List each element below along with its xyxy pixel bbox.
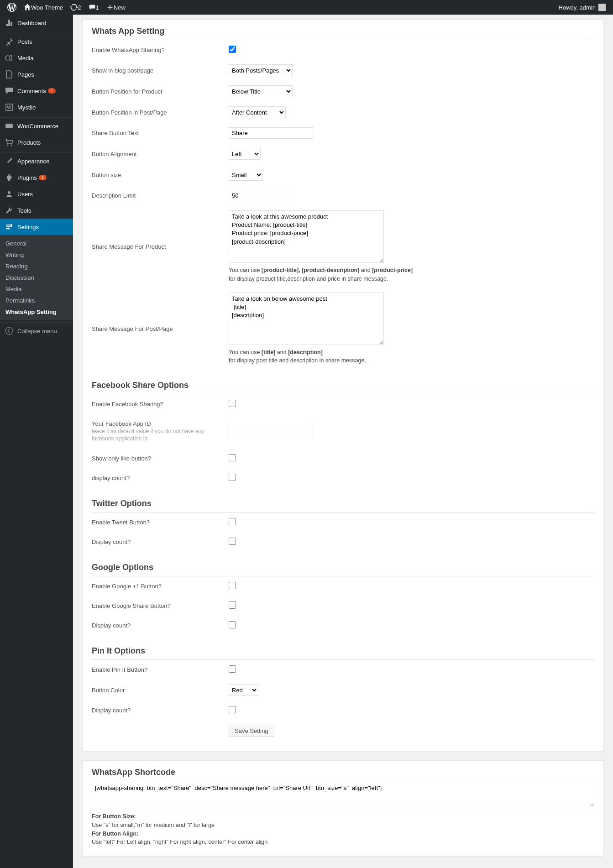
pin-count-label: Display count? xyxy=(92,701,229,720)
twitter-title: Twitter Options xyxy=(92,492,594,512)
save-button[interactable]: Save Setting xyxy=(229,725,274,737)
g-plus-label: Enable Google +1 Button? xyxy=(92,576,229,596)
comments-count: 1 xyxy=(96,4,99,11)
svg-point-5 xyxy=(11,145,12,146)
menu-tools[interactable]: Tools xyxy=(0,202,73,219)
shortcode-panel: WhatsApp Shortcode [whatsapp-sharing btn… xyxy=(82,760,604,856)
collapse-menu[interactable]: Collapse menu xyxy=(0,323,73,339)
fb-appid-input[interactable] xyxy=(229,426,313,437)
collapse-icon xyxy=(5,326,14,335)
pin-icon xyxy=(5,37,14,46)
svg-rect-3 xyxy=(5,124,13,128)
admin-bar: Woo Theme 2 1 New Howdy, admin xyxy=(0,0,613,15)
fb-like-checkbox[interactable] xyxy=(229,454,236,461)
howdy-text: Howdy, admin xyxy=(559,4,596,11)
submenu-writing[interactable]: Writing xyxy=(0,249,73,261)
msg-post-label: Share Message For Post/Page xyxy=(92,288,229,370)
dashboard-icon xyxy=(5,18,14,27)
share-btn-text-input[interactable] xyxy=(229,127,313,139)
show-in-label: Show in blog post/page xyxy=(92,60,229,81)
btn-align-select[interactable]: Left xyxy=(229,148,261,160)
menu-appearance[interactable]: Appearance xyxy=(0,153,73,169)
fb-count-checkbox[interactable] xyxy=(229,474,236,481)
menu-media[interactable]: Media xyxy=(0,50,73,66)
page-body: Whats App Setting Enable WhatsApp Sharin… xyxy=(73,0,613,868)
msg-product-textarea[interactable]: Take a look at this awesome product Prod… xyxy=(229,210,384,263)
avatar xyxy=(598,4,606,11)
svg-point-0 xyxy=(5,56,10,60)
msg-post-textarea[interactable]: Take a look on below awesome post [title… xyxy=(229,293,384,345)
menu-pages[interactable]: Pages xyxy=(0,66,73,83)
submenu-discussion[interactable]: Discussion xyxy=(0,272,73,283)
menu-woocommerce[interactable]: WooCommerce xyxy=(0,118,73,134)
menu-settings[interactable]: Settings xyxy=(0,219,73,235)
enable-whatsapp-label: Enable WhatsApp Sharing? xyxy=(92,40,229,60)
btn-pos-post-label: Button Position in Post/Page xyxy=(92,102,229,123)
g-plus-checkbox[interactable] xyxy=(229,582,236,589)
btn-size-label: Button size xyxy=(92,164,229,185)
g-count-label: Display count? xyxy=(92,616,229,635)
new-link[interactable]: New xyxy=(103,0,129,15)
tw-count-label: Display count? xyxy=(92,532,229,552)
wp-logo[interactable] xyxy=(4,0,20,15)
footer: Thank you for creating with WordPress. V… xyxy=(73,865,613,868)
submenu-whatsapp[interactable]: WhatsApp Setting xyxy=(0,306,73,318)
pinit-title: Pin It Options xyxy=(92,640,594,660)
submenu-reading[interactable]: Reading xyxy=(0,261,73,272)
g-count-checkbox[interactable] xyxy=(229,621,236,628)
shortcode-textarea[interactable]: [whatsapp-sharing btn_text="Share" desc=… xyxy=(92,781,594,807)
menu-comments[interactable]: Comments1 xyxy=(0,83,73,99)
msg-post-help: You can use [title] and [description]for… xyxy=(229,348,594,366)
tw-enable-checkbox[interactable] xyxy=(229,518,236,525)
svg-point-4 xyxy=(7,145,9,146)
svg-point-6 xyxy=(8,191,10,194)
site-link[interactable]: Woo Theme xyxy=(20,0,67,15)
home-icon xyxy=(24,4,31,11)
shortcode-title: WhatsApp Shortcode xyxy=(92,761,594,781)
svg-point-9 xyxy=(5,327,13,335)
wordpress-icon xyxy=(7,3,16,12)
tw-enable-label: Enable Tweet Button? xyxy=(92,512,229,532)
shortcode-help: For Button Size: Use "s" for small,"m" f… xyxy=(92,812,594,847)
menu-plugins[interactable]: Plugins2 xyxy=(0,169,73,186)
wrench-icon xyxy=(5,206,14,215)
new-label: New xyxy=(114,4,126,11)
btn-size-select[interactable]: Small xyxy=(229,169,263,181)
comments-link[interactable]: 1 xyxy=(85,0,103,15)
menu-dashboard[interactable]: Dashboard xyxy=(0,15,73,31)
google-title: Google Options xyxy=(92,556,594,576)
refresh-icon xyxy=(70,4,78,11)
btn-pos-post-select[interactable]: After Content xyxy=(229,106,286,118)
fb-count-label: display count? xyxy=(92,468,229,488)
media-icon xyxy=(5,53,14,63)
btn-align-label: Button Alignment xyxy=(92,143,229,164)
g-share-label: Enable Google Share Button? xyxy=(92,596,229,616)
fb-enable-checkbox[interactable] xyxy=(229,400,236,407)
updates-link[interactable]: 2 xyxy=(67,0,84,15)
menu-posts[interactable]: Posts xyxy=(0,33,73,50)
desc-limit-input[interactable] xyxy=(229,190,290,201)
updates-count: 2 xyxy=(78,4,81,11)
plugins-badge: 2 xyxy=(39,175,47,180)
comments-badge: 1 xyxy=(48,88,56,94)
plus-icon xyxy=(106,4,114,11)
submenu-permalinks[interactable]: Permalinks xyxy=(0,295,73,306)
pin-enable-checkbox[interactable] xyxy=(229,665,236,673)
page-icon xyxy=(5,70,14,79)
pin-color-select[interactable]: Red xyxy=(229,684,258,696)
pin-count-checkbox[interactable] xyxy=(229,706,236,713)
menu-mystile[interactable]: WMystile xyxy=(0,99,73,115)
show-in-select[interactable]: Both Posts/Pages xyxy=(229,64,293,76)
tw-count-checkbox[interactable] xyxy=(229,538,236,545)
btn-pos-product-select[interactable]: Below Title xyxy=(229,85,293,97)
menu-users[interactable]: Users xyxy=(0,186,73,202)
sliders-icon xyxy=(5,222,14,231)
submenu-general[interactable]: General xyxy=(0,238,73,249)
comment-icon xyxy=(5,86,14,95)
enable-whatsapp-checkbox[interactable] xyxy=(229,46,236,53)
submenu-media[interactable]: Media xyxy=(0,283,73,295)
account-link[interactable]: Howdy, admin xyxy=(555,0,609,15)
menu-products[interactable]: Products xyxy=(0,134,73,151)
woo-icon xyxy=(5,121,14,131)
g-share-checkbox[interactable] xyxy=(229,601,236,609)
